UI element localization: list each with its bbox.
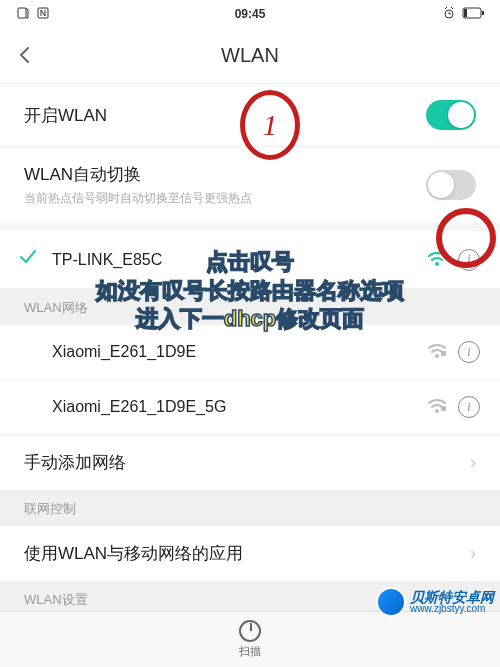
network-name: Xiaomi_E261_1D9E_5G — [52, 398, 416, 416]
svg-rect-6 — [441, 351, 446, 356]
watermark: 贝斯特安卓网 www.zjbstyy.com — [376, 587, 494, 617]
wlan-autoswitch-row[interactable]: WLAN自动切换 当前热点信号弱时自动切换至信号更强热点 — [0, 147, 500, 223]
scan-icon — [239, 620, 261, 642]
wlan-autoswitch-sub: 当前热点信号弱时自动切换至信号更强热点 — [24, 190, 426, 207]
wifi-icon — [426, 341, 448, 363]
status-bar: 09:45 — [0, 0, 500, 28]
svg-rect-5 — [464, 9, 467, 17]
section-networks: WLAN网络 — [0, 289, 500, 325]
scan-label: 扫描 — [239, 644, 261, 659]
svg-rect-4 — [482, 11, 484, 15]
manual-add-row[interactable]: 手动添加网络 › — [0, 435, 500, 490]
watermark-name: 贝斯特安卓网 — [410, 590, 494, 604]
svg-rect-7 — [441, 406, 446, 411]
manual-add-label: 手动添加网络 — [24, 451, 470, 474]
network-info-button[interactable]: i — [458, 341, 480, 363]
status-time: 09:45 — [172, 7, 328, 21]
wifi-icon — [426, 249, 448, 271]
network-name: Xiaomi_E261_1D9E — [52, 343, 416, 361]
section-control: 联网控制 — [0, 490, 500, 526]
chevron-right-icon: › — [470, 543, 476, 564]
connected-network-name: TP-LINK_E85C — [52, 251, 416, 269]
network-info-button[interactable]: i — [458, 249, 480, 271]
bottom-bar: 扫描 — [0, 611, 500, 667]
svg-rect-0 — [18, 8, 26, 18]
watermark-logo-icon — [376, 587, 406, 617]
network-row[interactable]: Xiaomi_E261_1D9E i — [0, 325, 500, 380]
header: WLAN — [0, 28, 500, 84]
scan-button[interactable]: 扫描 — [239, 620, 261, 659]
page-title: WLAN — [16, 44, 484, 67]
sim-icon — [16, 6, 30, 23]
alarm-icon — [442, 6, 456, 23]
nfc-icon — [36, 6, 50, 23]
battery-icon — [462, 7, 484, 22]
wlan-enable-toggle[interactable] — [426, 100, 476, 130]
wifi-icon — [426, 396, 448, 418]
app-control-row[interactable]: 使用WLAN与移动网络的应用 › — [0, 526, 500, 581]
wlan-autoswitch-label: WLAN自动切换 — [24, 163, 426, 186]
chevron-right-icon: › — [470, 452, 476, 473]
network-row[interactable]: Xiaomi_E261_1D9E_5G i — [0, 380, 500, 435]
wlan-autoswitch-toggle[interactable] — [426, 170, 476, 200]
wlan-enable-row[interactable]: 开启WLAN — [0, 84, 500, 147]
connected-network-row[interactable]: TP-LINK_E85C i — [0, 231, 500, 289]
watermark-url: www.zjbstyy.com — [410, 604, 494, 614]
wlan-enable-label: 开启WLAN — [24, 104, 426, 127]
network-info-button[interactable]: i — [458, 396, 480, 418]
app-control-label: 使用WLAN与移动网络的应用 — [24, 542, 470, 565]
check-icon — [18, 247, 42, 272]
